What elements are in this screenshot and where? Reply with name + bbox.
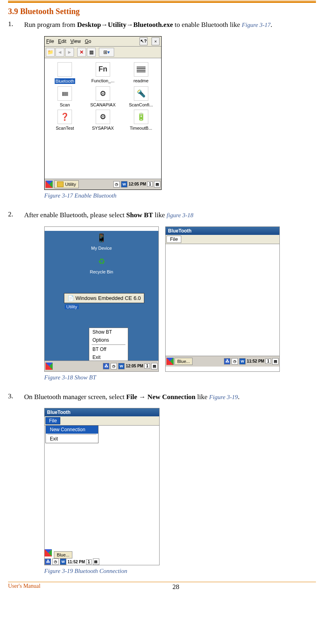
step-3-post: like — [195, 393, 209, 401]
menu-exit[interactable]: Exit — [46, 435, 98, 443]
link-windows-ce[interactable]: 📄 Windows Embedded CE 6.0 — [64, 293, 144, 303]
tray-windows-icon[interactable]: ▤ — [151, 363, 158, 369]
step-3-pre: On Bluetooth manager screen, select — [24, 393, 126, 401]
step-1-figref: Figure 3-17 — [242, 22, 271, 28]
menu-separator — [92, 344, 125, 345]
icon-sysapiax-label: SYSAPIAX — [92, 126, 114, 130]
menu-separator — [47, 434, 96, 434]
icon-function[interactable]: Fn Function_... — [84, 62, 122, 84]
taskbar-blue[interactable]: Blue... — [174, 358, 193, 365]
toolbar: 📁 ◄ ► ✕ ▦ ⊞ ▾ — [45, 47, 161, 58]
file-menu[interactable]: File — [166, 236, 181, 243]
close-button[interactable]: × — [152, 37, 160, 45]
menu-go[interactable]: Go — [85, 39, 91, 44]
tray-bt-icon[interactable]: ⁂ — [45, 558, 51, 565]
delete-button[interactable]: ✕ — [77, 48, 86, 57]
recycle-icon: ♻ — [96, 255, 108, 268]
menubar: File Edit View Go ↖? × — [45, 37, 161, 47]
icon-scantest[interactable]: ❓ ScanTest — [46, 110, 84, 130]
battery-icon: 🔋 — [134, 110, 148, 124]
taskbar: Blue... ⁂ ◷ W 11:52 PM 1 ▤ — [166, 356, 279, 367]
properties-button[interactable]: ▦ — [87, 48, 96, 57]
file-menu[interactable]: File — [45, 417, 60, 424]
step-3-figref: Figure 3-19 — [209, 394, 238, 400]
taskbar-utility[interactable]: Utility — [54, 180, 79, 188]
tray-windows-icon[interactable]: ▤ — [154, 181, 160, 187]
icon-timeout-label: TimeoutB... — [130, 126, 152, 130]
tray-w-icon[interactable]: W — [118, 363, 125, 369]
clock: 12:05 PM — [129, 182, 146, 186]
tray-icon[interactable]: ◷ — [113, 181, 120, 187]
icon-scan[interactable]: |||||||| Scan — [46, 86, 84, 107]
tray-w-icon[interactable]: W — [121, 181, 127, 187]
system-tray: ◷ W 12:05 PM 1 ▤ — [113, 181, 160, 187]
menu-exit[interactable]: Exit — [89, 353, 128, 361]
taskbar: Blue... ⁂ ◷ W 11:52 PM 1 ▤ — [45, 549, 159, 565]
icon-timeout[interactable]: 🔋 TimeoutB... — [122, 110, 160, 130]
footer-rule — [8, 582, 316, 582]
step-2-pre: After enable Bluetooth, please select — [24, 211, 126, 219]
gear-icon: ⚙ — [96, 110, 110, 124]
link-label: Windows Embedded CE 6.0 — [76, 295, 141, 301]
back-button[interactable]: ◄ — [55, 48, 64, 57]
menu-bt-off[interactable]: BT Off — [89, 345, 128, 353]
tray-icon[interactable]: ◷ — [232, 358, 238, 365]
step-3-b1: File — [126, 393, 137, 401]
tray-icon[interactable]: ◷ — [52, 558, 59, 565]
step-2-figref: figure 3-18 — [167, 212, 194, 218]
up-folder-icon[interactable]: 📁 — [46, 48, 55, 57]
tray-indicator[interactable]: 1 — [86, 559, 92, 565]
section-number: 3.9 — [8, 7, 18, 16]
tray-bt-icon[interactable]: ⁂ — [103, 363, 109, 369]
start-icon[interactable] — [166, 358, 174, 365]
step-2: 2. After enable Bluetooth, please select… — [8, 210, 316, 220]
readme-icon — [134, 62, 148, 77]
icon-scan-label: Scan — [60, 102, 70, 107]
section-title-text: Bluetooth Setting — [20, 7, 80, 16]
start-icon[interactable] — [45, 549, 52, 556]
tray-icon[interactable]: ◷ — [111, 363, 117, 369]
icon-readme-label: readme — [133, 78, 148, 83]
icon-bluetooth[interactable]: ⁂ Bluetooth — [46, 62, 84, 84]
menu-show-bt[interactable]: Show BT — [89, 328, 128, 336]
step-2-bold: Show BT — [126, 211, 153, 219]
start-icon[interactable] — [45, 363, 53, 370]
view-dropdown[interactable]: ⊞ ▾ — [99, 48, 114, 57]
tray-w-icon[interactable]: W — [60, 558, 66, 565]
icon-scanconfi[interactable]: 🔦 ScanConfi... — [122, 86, 160, 107]
forward-button[interactable]: ► — [65, 48, 74, 57]
chevron-down-icon: ▾ — [107, 49, 110, 55]
menu-file[interactable]: File — [46, 39, 54, 44]
desktop-utility-label[interactable]: Utility — [65, 304, 79, 309]
scanner-icon: 🔦 — [134, 86, 148, 101]
desktop-recycle[interactable]: ♻ Recycle Bin — [49, 255, 154, 274]
icon-bluetooth-label: Bluetooth — [55, 78, 75, 84]
tray-windows-icon[interactable]: ▤ — [272, 358, 279, 365]
icon-scanapiax[interactable]: ⚙ SCANAPIAX — [84, 86, 122, 107]
icon-sysapiax[interactable]: ⚙ SYSAPIAX — [84, 110, 122, 130]
step-2-number: 2. — [8, 210, 24, 218]
step-3-number: 3. — [8, 392, 24, 400]
tray-indicator[interactable]: 1 — [265, 359, 271, 364]
taskbar-blue[interactable]: Blue... — [54, 551, 72, 558]
desktop-mydevice[interactable]: 📱 My Device — [49, 231, 154, 251]
clock: 12:05 PM — [126, 364, 143, 368]
tray-windows-icon[interactable]: ▤ — [93, 558, 99, 565]
tray-indicator[interactable]: 1 — [144, 363, 150, 369]
shortcut-icon: 📄 — [68, 295, 74, 301]
help-button[interactable]: ↖? — [139, 37, 148, 45]
tray-indicator[interactable]: 1 — [147, 181, 153, 187]
step-1: 1. Run program from Desktop→Utility→Blue… — [8, 20, 316, 30]
menu-edit[interactable]: Edit — [58, 39, 66, 44]
icon-readme[interactable]: readme — [122, 62, 160, 84]
caption-3-17: Figure 3-17 Enable Bluetooth — [44, 192, 316, 199]
tray-bt-icon[interactable]: ⁂ — [224, 358, 230, 365]
start-icon[interactable] — [45, 181, 53, 188]
menu-new-connection[interactable]: New Connection — [46, 426, 98, 434]
menu-options[interactable]: Options — [89, 336, 128, 344]
menu-view[interactable]: View — [70, 39, 81, 44]
bluetooth-icon: ⁂ — [57, 62, 72, 77]
help-icon: ❓ — [57, 110, 72, 124]
clock: 11:52 PM — [68, 560, 85, 564]
tray-w-icon[interactable]: W — [239, 358, 246, 365]
